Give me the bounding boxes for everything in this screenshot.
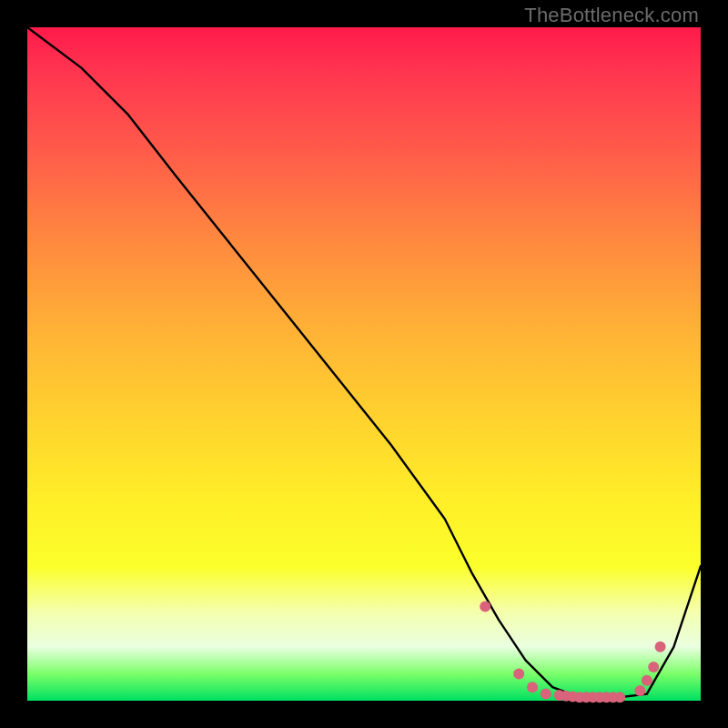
chart-svg bbox=[27, 27, 701, 701]
watermark-text: TheBottleneck.com bbox=[524, 4, 699, 27]
chart-frame: TheBottleneck.com bbox=[0, 0, 728, 728]
data-marker bbox=[655, 642, 666, 652]
curve-line bbox=[27, 27, 701, 697]
data-marker bbox=[513, 668, 524, 679]
data-marker bbox=[480, 601, 490, 612]
plot-area bbox=[27, 27, 701, 701]
data-marker bbox=[634, 685, 645, 696]
data-marker bbox=[527, 682, 538, 693]
marker-group bbox=[480, 601, 665, 703]
data-marker bbox=[541, 689, 551, 700]
data-marker bbox=[614, 692, 625, 703]
data-marker bbox=[642, 675, 652, 686]
data-marker bbox=[648, 662, 659, 672]
